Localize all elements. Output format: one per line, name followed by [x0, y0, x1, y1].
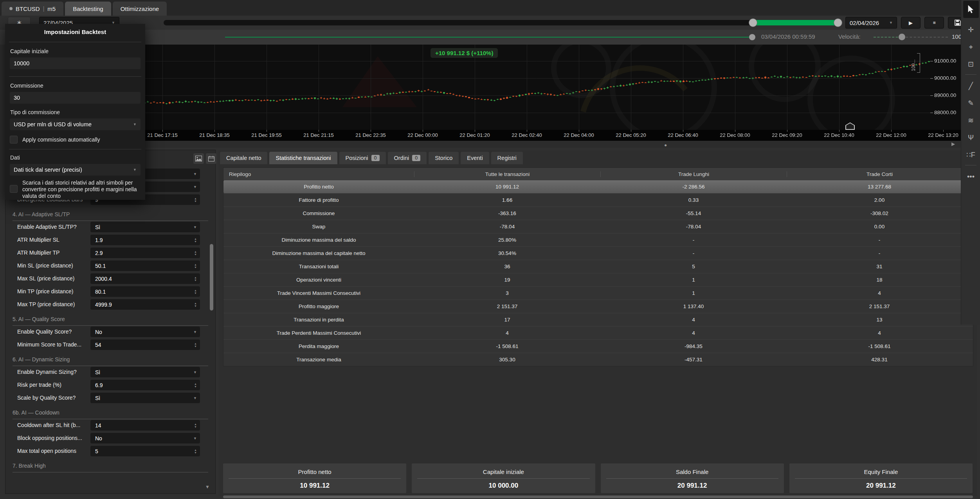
cell-value: -363.16 [414, 210, 600, 216]
stepper-arrows-icon[interactable]: ▲▼ [194, 342, 197, 348]
tab-backtesting[interactable]: Backtesting [65, 2, 111, 16]
scroll-down-arrow-icon[interactable]: ▼ [205, 484, 210, 490]
tab-storico[interactable]: Storico [429, 152, 459, 164]
playback-progress-handle[interactable] [749, 34, 755, 40]
params-scrollbar-thumb[interactable] [210, 244, 213, 311]
tab-statistiche-transazioni[interactable]: Statistiche transazioni [269, 152, 337, 164]
table-row[interactable]: Commissione-363.16-55.14-308.02 [223, 206, 973, 220]
tab-eventi[interactable]: Eventi [461, 152, 489, 164]
data-source-select[interactable]: Dati tick dal server (precisi) ▼ [10, 164, 141, 176]
speed-slider-handle[interactable] [899, 34, 905, 40]
stepper-arrows-icon[interactable]: ▲▼ [194, 250, 197, 256]
more-options-icon[interactable]: ••• [961, 169, 980, 185]
param-label: Min TP (price distance) [17, 288, 73, 294]
tab-ordini[interactable]: Ordini0 [388, 152, 427, 164]
table-row[interactable]: Operazioni vincenti19118 [223, 273, 973, 286]
stepper-arrows-icon[interactable]: ▲▼ [194, 289, 197, 294]
tab-label: Eventi [467, 155, 483, 161]
cursor-tool-button[interactable] [963, 1, 979, 18]
param-row: Max total open positions5▲▼ [5, 445, 215, 458]
stepper-arrows-icon[interactable]: ▲▼ [194, 423, 197, 428]
backtest-range-slider[interactable] [164, 20, 841, 25]
table-row[interactable]: Swap-78.04-78.040.00 [223, 220, 973, 233]
elliott-wave-icon[interactable]: ≋ [961, 113, 980, 128]
crosshair-icon[interactable]: ✛ [961, 22, 980, 38]
horizontal-scrollbar-thumb[interactable] [223, 495, 973, 498]
stepper-arrows-icon[interactable]: ▲▼ [194, 276, 197, 282]
table-row[interactable]: Fattore di profitto1.660.332.00 [223, 193, 973, 206]
tab-ottimizzazione[interactable]: Ottimizzazione [113, 2, 167, 16]
crosshair-target-icon[interactable]: ⌖ [961, 39, 980, 55]
stepper-arrows-icon[interactable]: ▲▼ [194, 263, 197, 269]
commission-type-select[interactable]: USD per mln di USD di volume ▼ [10, 118, 141, 130]
param-stepper[interactable]: 14▲▼ [90, 420, 200, 431]
param-select[interactable]: Sì▼ [90, 367, 200, 377]
pencil-draw-icon[interactable]: ✎ [961, 95, 980, 111]
range-end-handle[interactable] [834, 18, 842, 27]
apply-commission-checkbox[interactable] [10, 136, 18, 144]
fibonacci-icon[interactable]: ∷F [961, 147, 980, 163]
dropdown-arrow-icon[interactable]: ▼ [193, 172, 197, 176]
tab-capitale-netto[interactable]: Capitale netto [220, 152, 267, 164]
dropdown-arrow-icon[interactable]: ▼ [193, 396, 197, 400]
stop-button[interactable]: ■ [924, 17, 944, 29]
chart-scrollbar[interactable]: ● ▶ [143, 141, 961, 148]
commission-input[interactable]: 30 [10, 92, 141, 104]
download-history-checkbox[interactable] [10, 185, 18, 193]
dropdown-arrow-icon[interactable]: ▼ [193, 225, 197, 229]
param-select[interactable]: Sì▼ [90, 393, 200, 403]
price-chart[interactable]: +10 991.12 $ (+110%) 100... 21 Dec 17:15… [143, 45, 961, 141]
table-row[interactable]: Profitto netto10 991.12-2 286.5613 277.6… [223, 180, 973, 193]
dropdown-arrow-icon[interactable]: ▼ [193, 330, 197, 334]
param-row: Max SL (price distance)2000.4▲▼ [5, 273, 215, 285]
stepper-arrows-icon[interactable]: ▲▼ [194, 302, 197, 307]
time-axis[interactable]: 21 Dec 17:1521 Dec 18:3521 Dec 19:5521 D… [143, 130, 961, 141]
table-row[interactable]: Transazioni in perdita17413 [223, 313, 973, 326]
param-stepper[interactable]: 1.9▲▼ [90, 235, 200, 245]
dropdown-arrow-icon[interactable]: ▼ [193, 436, 197, 440]
table-row[interactable]: Diminuzione massima del saldo25.80%-- [223, 233, 973, 246]
stepper-arrows-icon[interactable]: ▲▼ [194, 197, 197, 203]
stepper-arrows-icon[interactable]: ▲▼ [194, 449, 197, 454]
table-row[interactable]: Transazione media305.30-457.31428.31 [223, 353, 973, 366]
table-row[interactable]: Perdita maggiore-1 508.61-984.35-1 508.6… [223, 339, 973, 353]
param-select[interactable]: No▼ [90, 433, 200, 443]
dropdown-arrow-icon[interactable]: ▼ [193, 370, 197, 374]
table-row[interactable]: Trade Vincenti Massimi Consecutivi314 [223, 286, 973, 300]
param-select[interactable]: No▼ [90, 327, 200, 337]
param-select[interactable]: Sì▼ [90, 222, 200, 232]
param-stepper[interactable]: 2.9▲▼ [90, 248, 200, 258]
image-icon[interactable] [193, 153, 204, 164]
play-button[interactable]: ▶ [901, 17, 921, 29]
table-row[interactable]: Diminuzione massima del capitale netto30… [223, 246, 973, 260]
summary-card: Profitto netto10 991.12 [223, 463, 406, 493]
table-row[interactable]: Trade Perdenti Massimi Consecutivi444 [223, 326, 973, 339]
param-stepper[interactable]: 50.1▲▼ [90, 260, 200, 271]
tab-symbol-btcusd[interactable]: BTCUSD | m5 [2, 2, 63, 16]
table-row[interactable]: Profitto maggiore2 151.371 137.402 151.3… [223, 300, 973, 313]
candlestick-canvas[interactable] [143, 45, 931, 130]
tab-posizioni[interactable]: Posizioni0 [339, 152, 386, 164]
scroll-right-arrow-icon[interactable]: ▶ [951, 141, 955, 147]
end-date-dropdown[interactable]: 02/04/2026 ▼ [845, 17, 897, 29]
param-stepper[interactable]: 4999.9▲▼ [90, 299, 200, 310]
param-stepper[interactable]: 5▲▼ [90, 446, 200, 456]
range-start-handle[interactable] [749, 18, 757, 27]
table-row[interactable]: Transazioni totali36531 [223, 260, 973, 273]
param-row: Risk per trade (%)6.9▲▼ [5, 379, 215, 392]
tab-registri[interactable]: Registri [491, 152, 523, 164]
dropdown-arrow-icon[interactable]: ▼ [193, 185, 197, 189]
capital-input[interactable]: 10000 [10, 57, 141, 69]
snap-box-icon[interactable]: ⊡ [961, 56, 980, 72]
pitchfork-icon[interactable]: Ψ [961, 130, 980, 145]
calendar-icon[interactable] [206, 153, 216, 164]
param-stepper[interactable]: 54▲▼ [90, 339, 200, 350]
param-stepper[interactable]: 80.1▲▼ [90, 286, 200, 297]
stepper-arrows-icon[interactable]: ▲▼ [194, 382, 197, 388]
speed-slider-track[interactable] [902, 37, 948, 38]
trend-line-icon[interactable]: ╱ [961, 78, 980, 94]
stepper-arrows-icon[interactable]: ▲▼ [194, 237, 197, 243]
param-stepper[interactable]: 6.9▲▼ [90, 380, 200, 390]
speed-slider-track-left[interactable] [874, 37, 902, 38]
param-stepper[interactable]: 2000.4▲▼ [90, 273, 200, 284]
